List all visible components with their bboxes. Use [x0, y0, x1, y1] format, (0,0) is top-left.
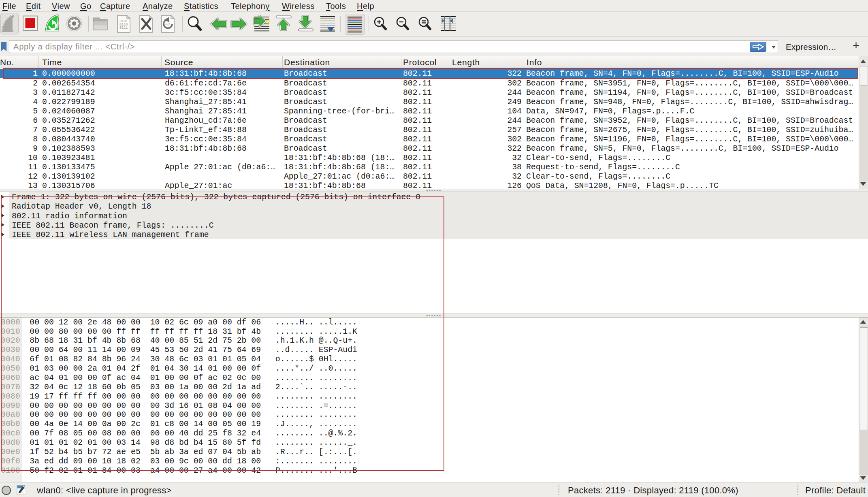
svg-text:0111: 0111: [119, 26, 128, 30]
